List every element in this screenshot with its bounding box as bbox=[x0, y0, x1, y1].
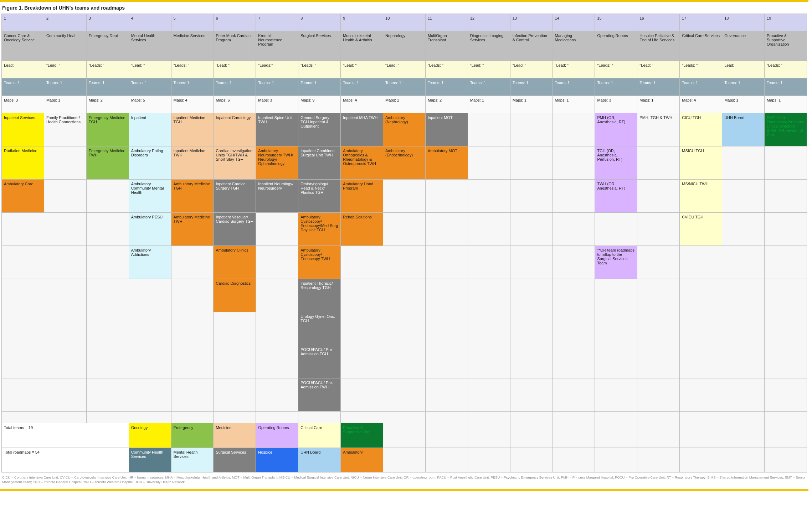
roadmap-cell bbox=[86, 312, 129, 345]
col-teams-count: Teams: 1 bbox=[44, 78, 86, 96]
roadmap-cell bbox=[383, 180, 426, 213]
cell bbox=[680, 423, 722, 448]
roadmap-cell bbox=[637, 146, 680, 180]
roadmap-cell bbox=[256, 213, 298, 246]
roadmap-cell bbox=[86, 345, 129, 378]
col-lead: "Leads: " bbox=[86, 61, 129, 78]
cell bbox=[722, 448, 765, 472]
col-maps-count: Maps: 3 bbox=[256, 96, 298, 113]
cell bbox=[637, 423, 680, 448]
roadmap-cell bbox=[595, 279, 637, 312]
col-teams-count: Teams: 1 bbox=[510, 78, 553, 96]
col-lead: "Lead: " bbox=[637, 61, 680, 78]
col-teams-count: Teams: 1 bbox=[383, 78, 426, 96]
cell bbox=[765, 448, 807, 472]
roadmap-cell bbox=[510, 213, 553, 246]
cell bbox=[722, 423, 765, 448]
roadmap-cell bbox=[425, 345, 468, 378]
legend-swatch: Mental Health Services bbox=[171, 448, 214, 472]
roadmap-cell bbox=[171, 246, 214, 279]
roadmap-cell: Family Practitioner/ Health Connections bbox=[44, 113, 86, 146]
roadmap-cell: Ambulatory Care bbox=[2, 180, 44, 213]
roadmap-cell bbox=[341, 279, 383, 312]
roadmap-cell bbox=[425, 312, 468, 345]
roadmap-cell bbox=[86, 378, 129, 412]
col-team-name: Surgical Services bbox=[298, 31, 341, 61]
col-team-name: Critical Care Services bbox=[680, 31, 722, 61]
col-teams-count: Teams: 1 bbox=[171, 78, 214, 96]
roadmap-cell: Ambulatory Orthopedics & Rheumatology & … bbox=[341, 146, 383, 180]
col-lead: "Leads: " bbox=[595, 61, 637, 78]
roadmap-cell: Ambulatory Medicine TWH bbox=[171, 213, 214, 246]
col-lead: "Leads:" bbox=[256, 61, 298, 78]
roadmap-cell: Inpatient bbox=[129, 113, 171, 146]
col-teams-count: Teams: 1 bbox=[765, 78, 807, 96]
roadmap-cell bbox=[383, 345, 426, 378]
roadmap-cell: Inpatient Cardiac Surgery TGH bbox=[214, 180, 256, 213]
roadmap-cell: TWH (OR, Anesthesia, RT) bbox=[595, 180, 637, 213]
roadmap-cell bbox=[425, 180, 468, 213]
roadmap-cell bbox=[637, 312, 680, 345]
legend-swatch: Community Health Services bbox=[129, 448, 171, 472]
legend-swatch: Medicine bbox=[214, 423, 256, 448]
roadmap-cell bbox=[510, 345, 553, 378]
roadmap-cell: **OR team roadmaps to rollup to the Surg… bbox=[595, 246, 637, 279]
roadmap-cell bbox=[44, 180, 86, 213]
roadmap-cell bbox=[553, 113, 595, 146]
roadmap-cell bbox=[468, 279, 510, 312]
roadmap-cell bbox=[2, 345, 44, 378]
col-maps-count: Maps: 2 bbox=[425, 96, 468, 113]
col-team-name: Emergency Dept bbox=[86, 31, 129, 61]
col-maps-count: Maps: 4 bbox=[341, 96, 383, 113]
cell bbox=[468, 423, 510, 448]
cell bbox=[637, 448, 680, 472]
roadmap-cell: Ambulatory Cystoscopy/ Endoscopy/Med Sur… bbox=[298, 213, 341, 246]
roadmap-cell bbox=[765, 378, 807, 412]
roadmap-cell: POCU/PACU/ Pre-Admission TWH bbox=[298, 378, 341, 412]
col-lead: "Lead: " bbox=[383, 61, 426, 78]
roadmap-cell bbox=[722, 246, 765, 279]
roadmap-cell bbox=[2, 279, 44, 312]
roadmap-cell bbox=[637, 345, 680, 378]
col-lead: "Lead: " bbox=[44, 61, 86, 78]
roadmap-cell bbox=[129, 345, 171, 378]
col-maps-count: Maps: 3 bbox=[2, 96, 44, 113]
roadmap-cell: Inpatient Thoracic/ Respirology TGH bbox=[298, 279, 341, 312]
roadmap-cell bbox=[722, 345, 765, 378]
spacer bbox=[722, 412, 765, 423]
spacer bbox=[171, 412, 214, 423]
col-team-name: Cancer Care & Oncology Service bbox=[2, 31, 44, 61]
roadmap-cell bbox=[2, 312, 44, 345]
cell bbox=[425, 423, 468, 448]
spacer bbox=[468, 412, 510, 423]
roadmap-cell bbox=[468, 378, 510, 412]
cell bbox=[595, 448, 637, 472]
col-teams-count: Teams: 1 bbox=[129, 78, 171, 96]
col-teams-count: Teams: 1 bbox=[86, 78, 129, 96]
col-number: 3 bbox=[86, 14, 129, 31]
roadmap-cell: Inpatient Vascular/ Cardiac Surgery TGH bbox=[214, 213, 256, 246]
col-lead: "Lead: " bbox=[129, 61, 171, 78]
col-team-name: Krembil Neuroscience Program bbox=[256, 31, 298, 61]
roadmap-cell bbox=[44, 345, 86, 378]
roadmap-cell bbox=[171, 312, 214, 345]
spacer bbox=[595, 412, 637, 423]
legend-swatch: Hospice bbox=[256, 448, 298, 472]
col-team-name: Diagnostic Imaging Services bbox=[468, 31, 510, 61]
roadmap-cell bbox=[765, 213, 807, 246]
roadmap-cell bbox=[2, 378, 44, 412]
roadmap-cell: General Surgery TGH Inpatient & Outpatie… bbox=[298, 113, 341, 146]
roadmap-cell bbox=[256, 279, 298, 312]
spacer bbox=[256, 412, 298, 423]
roadmap-cell bbox=[510, 113, 553, 146]
roadmap-cell: POCU/PACU/ Pre-Admission TGH bbox=[298, 345, 341, 378]
col-teams-count: Teams: 1 bbox=[256, 78, 298, 96]
roadmap-cell bbox=[425, 378, 468, 412]
col-teams-count: Teams: 1 bbox=[468, 78, 510, 96]
roadmap-cell: MS/NICU TWH bbox=[680, 180, 722, 213]
roadmap-cell: Inpatient Medicine TWH bbox=[171, 146, 214, 180]
spacer bbox=[214, 412, 256, 423]
spacer bbox=[341, 412, 383, 423]
roadmap-cell bbox=[637, 213, 680, 246]
col-number: 2 bbox=[44, 14, 86, 31]
